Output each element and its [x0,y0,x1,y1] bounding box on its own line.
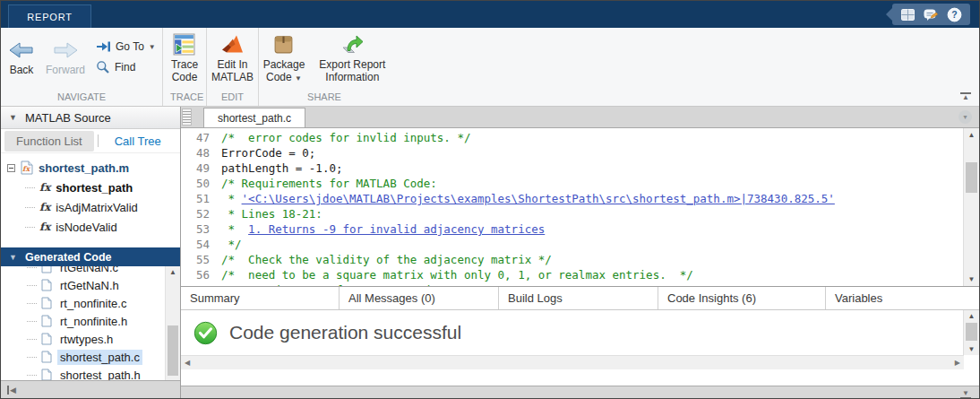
scroll-up-icon[interactable]: ▲ [166,268,180,276]
help-icon[interactable]: ? [947,7,962,22]
file-item-rt-nonfinite-c[interactable]: rt_nonfinite.c [1,294,180,312]
splitter-grip-icon[interactable] [182,108,192,126]
tab-function-list[interactable]: Function List [4,131,94,152]
find-icon [96,60,110,74]
goto-dropdown-arrow: ▼ [149,43,156,51]
file-item-rtgetnan-h[interactable]: rtGetNaN.h [1,276,180,294]
code-requirement-link[interactable]: 1. Returns -9 for invalid adjacency matr… [248,222,545,236]
file-label: shortest_path.c [57,350,142,365]
trace-code-button[interactable]: Trace Code [171,33,198,83]
line-number: 47 [181,130,210,145]
ribbon-group-navigate: Back Forward Go To [1,28,162,106]
tree-item-isadjmatrixvalid[interactable]: fxisAdjMatrixValid [1,197,180,217]
tree-item-isnodevalid[interactable]: fxisNodeValid [1,217,180,237]
matlab-source-header[interactable]: ▼ MATLAB Source [1,107,180,129]
generated-code-title: Generated Code [25,251,112,264]
bottom-panel-scrollbar[interactable]: ▲ ▼ [963,310,979,355]
scroll-right-icon[interactable]: ▶ [955,356,960,369]
bottom-tab-code-insights-6[interactable]: Code Insights (6) [658,287,826,309]
forward-arrow-icon [52,39,79,61]
annotate-comment-icon[interactable] [924,7,939,22]
code-line-48: 48ErrorCode = 0; [181,145,963,160]
collapse-minus-icon[interactable] [7,164,15,172]
file-item-rtgetnan-c[interactable]: rtGetNaN.c [1,266,180,276]
function-rows: fxshortest_pathfxisAdjMatrixValidfxisNod… [1,178,180,237]
bottom-gap [181,369,979,386]
code-line-49: 49pathLength = -1.0; [181,160,963,176]
bottom-tab-variables[interactable]: Variables [826,287,979,309]
bottom-tab-summary[interactable]: Summary [181,287,340,309]
matlab-code-report-window: REPORT ? [0,0,980,399]
titlebar-icon-group: ? [892,4,970,25]
tree-connector [25,187,35,188]
package-code-dropdown-arrow: ▼ [295,74,302,82]
layout-grid-icon[interactable] [900,7,916,22]
tree-item-root-file[interactable]: fx shortest_path.m [1,158,180,178]
tree-connector [27,285,37,286]
ribbon-toolstrip: Back Forward Go To [1,28,979,107]
code-lines[interactable]: 47/* error codes for invlid inputs. */48… [181,128,963,286]
collapse-bottom-panel-icon[interactable]: ▼ [960,391,971,399]
scroll-up-icon[interactable]: ▲ [964,312,979,320]
tab-call-tree[interactable]: Call Tree [102,131,174,152]
generated-code-header[interactable]: ▼ Generated Code [1,247,180,266]
matlab-file-icon: fx [21,160,33,175]
file-label: rt_nonfinite.h [57,314,130,329]
file-item-rt-nonfinite-h[interactable]: rt_nonfinite.h [1,312,180,330]
file-item-rtwtypes-h[interactable]: rtwtypes.h [1,330,180,348]
code-text: * [221,222,248,236]
bottom-tab-build-logs[interactable]: Build Logs [499,287,658,309]
tree-connector [27,339,37,340]
function-label: isAdjMatrixValid [56,201,138,214]
scroll-down-icon[interactable]: ▼ [964,345,979,353]
editor-tab-shortest-path-c[interactable]: shortest_path.c [203,108,305,127]
code-editor: 47/* error codes for invlid inputs. */48… [181,128,979,287]
scroll-down-icon[interactable]: ▼ [964,275,979,283]
svg-text:?: ? [951,9,957,20]
edit-in-matlab-button[interactable]: Edit In MATLAB [211,33,254,83]
source-view-tabs: Function List Call Tree [1,129,180,153]
code-requirement-link[interactable]: '<C:\Users\jdoe\MATLAB\Projects\examples… [242,192,835,205]
sidebar-scrollbar[interactable]: ▲ [165,266,180,380]
scrollbar-thumb[interactable] [966,323,977,341]
matlab-source-title: MATLAB Source [25,111,111,125]
file-item-shortest-path-c[interactable]: shortest_path.c [1,348,180,366]
code-line-54: 54 */ [181,237,963,252]
export-report-button[interactable]: Export Report Information [319,33,385,83]
line-number: 50 [181,176,210,191]
tree-connector [27,303,37,304]
tree-item-shortest-path[interactable]: fxshortest_path [1,178,180,197]
file-item-shortest-path-h[interactable]: shortest_path.h [1,366,180,380]
scrollbar-thumb[interactable] [966,162,977,193]
code-line-47: 47/* error codes for invlid inputs. */ [181,130,963,145]
minimize-toolstrip-icon[interactable]: ▲ [960,92,971,100]
code-text: /* error codes for invlid inputs. */ [221,131,470,144]
tree-connector [25,227,35,228]
content-area: shortest_path.c ▼ 47/* error codes for i… [181,107,979,398]
collapse-sidebar-icon[interactable]: ◀ [7,386,16,395]
bottom-horizontal-scrollbar[interactable]: ◀ ▶ [181,355,964,369]
editor-scrollbar[interactable]: ▲ ▼ [963,128,979,286]
line-number: 53 [181,221,210,237]
package-code-button[interactable]: Package Code ▼ [263,33,305,85]
summary-message: Code generation successful [181,310,963,355]
root-file-label: shortest_path.m [39,161,129,175]
goto-icon [96,40,111,53]
line-number: 51 [181,191,210,206]
scrollbar-thumb[interactable] [168,325,178,376]
scroll-left-icon[interactable]: ◀ [185,356,190,369]
back-button[interactable]: Back [8,33,35,76]
find-button[interactable]: Find [96,60,156,74]
fx-function-icon: fx [39,221,50,233]
forward-button[interactable]: Forward [46,33,85,76]
goto-button[interactable]: Go To ▼ [96,40,156,53]
file-label: rtGetNaN.c [57,266,121,275]
tree-connector [27,357,37,358]
code-text: /* Requirements for MATLAB Code: [221,283,443,286]
code-line-52: 52 * Lines 18-21: [181,206,963,221]
tab-report[interactable]: REPORT [8,4,91,28]
bottom-tab-all-messages-0[interactable]: All Messages (0) [340,287,499,309]
scroll-up-icon[interactable]: ▲ [964,131,979,139]
document-icon [41,266,52,273]
tab-list-menu-icon[interactable]: ▼ [959,110,972,124]
